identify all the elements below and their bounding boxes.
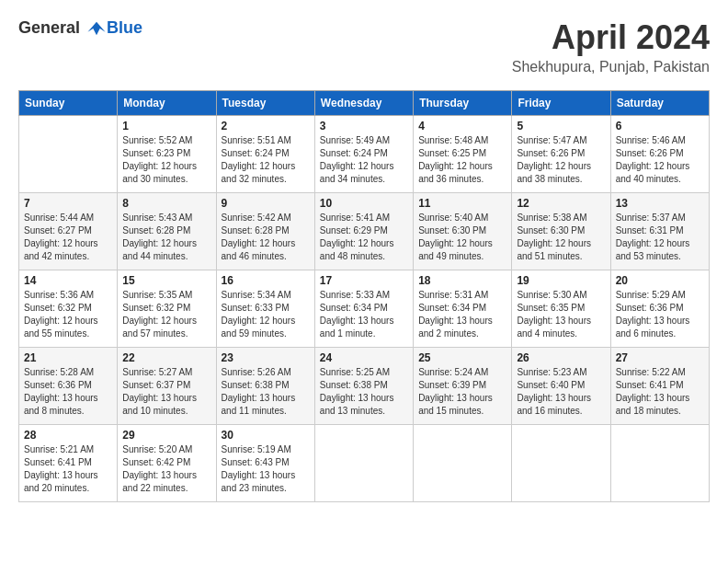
calendar-cell: 16Sunrise: 5:34 AMSunset: 6:33 PMDayligh… bbox=[216, 270, 314, 348]
calendar-cell bbox=[610, 425, 709, 502]
calendar-cell: 15Sunrise: 5:35 AMSunset: 6:32 PMDayligh… bbox=[118, 270, 216, 348]
calendar-cell: 25Sunrise: 5:24 AMSunset: 6:39 PMDayligh… bbox=[414, 348, 512, 425]
cell-content: 28Sunrise: 5:21 AMSunset: 6:41 PMDayligh… bbox=[24, 429, 112, 498]
cell-content: 5Sunrise: 5:47 AMSunset: 6:26 PMDaylight… bbox=[517, 120, 605, 189]
day-number: 4 bbox=[418, 120, 506, 132]
day-number: 14 bbox=[24, 274, 112, 287]
day-info: Sunrise: 5:26 AMSunset: 6:38 PMDaylight:… bbox=[222, 366, 310, 418]
calendar-cell: 26Sunrise: 5:23 AMSunset: 6:40 PMDayligh… bbox=[512, 348, 610, 425]
calendar-cell: 27Sunrise: 5:22 AMSunset: 6:41 PMDayligh… bbox=[610, 348, 709, 425]
day-info: Sunrise: 5:43 AMSunset: 6:28 PMDaylight:… bbox=[122, 212, 210, 263]
day-info: Sunrise: 5:47 AMSunset: 6:26 PMDaylight:… bbox=[517, 134, 605, 186]
cell-content: 14Sunrise: 5:36 AMSunset: 6:32 PMDayligh… bbox=[24, 274, 112, 343]
day-number: 21 bbox=[24, 351, 112, 364]
cell-content: 24Sunrise: 5:25 AMSunset: 6:38 PMDayligh… bbox=[320, 351, 408, 420]
day-info: Sunrise: 5:34 AMSunset: 6:33 PMDaylight:… bbox=[222, 289, 310, 340]
calendar-cell: 22Sunrise: 5:27 AMSunset: 6:37 PMDayligh… bbox=[118, 348, 216, 425]
cell-content: 12Sunrise: 5:38 AMSunset: 6:30 PMDayligh… bbox=[517, 197, 605, 266]
svg-marker-0 bbox=[88, 22, 106, 36]
weekday-header-row: SundayMondayTuesdayWednesdayThursdayFrid… bbox=[19, 91, 710, 116]
calendar-cell: 14Sunrise: 5:36 AMSunset: 6:32 PMDayligh… bbox=[19, 270, 118, 348]
day-info: Sunrise: 5:52 AMSunset: 6:23 PMDaylight:… bbox=[122, 134, 210, 186]
calendar-cell bbox=[414, 425, 512, 502]
weekday-header-sunday: Sunday bbox=[19, 91, 118, 116]
day-info: Sunrise: 5:27 AMSunset: 6:37 PMDaylight:… bbox=[122, 366, 210, 418]
cell-content: 29Sunrise: 5:20 AMSunset: 6:42 PMDayligh… bbox=[122, 429, 210, 498]
day-number: 25 bbox=[418, 351, 506, 364]
day-info: Sunrise: 5:40 AMSunset: 6:30 PMDaylight:… bbox=[418, 212, 506, 263]
day-number: 28 bbox=[24, 429, 112, 442]
weekday-header-tuesday: Tuesday bbox=[216, 91, 314, 116]
week-row-2: 7Sunrise: 5:44 AMSunset: 6:27 PMDaylight… bbox=[19, 193, 710, 270]
cell-content: 11Sunrise: 5:40 AMSunset: 6:30 PMDayligh… bbox=[418, 197, 506, 266]
calendar-cell: 2Sunrise: 5:51 AMSunset: 6:24 PMDaylight… bbox=[216, 116, 314, 193]
day-number: 1 bbox=[122, 120, 210, 132]
week-row-3: 14Sunrise: 5:36 AMSunset: 6:32 PMDayligh… bbox=[19, 270, 710, 348]
day-number: 16 bbox=[222, 274, 310, 287]
day-info: Sunrise: 5:51 AMSunset: 6:24 PMDaylight:… bbox=[222, 134, 310, 186]
day-number: 23 bbox=[222, 351, 310, 364]
weekday-header-friday: Friday bbox=[512, 91, 610, 116]
day-info: Sunrise: 5:38 AMSunset: 6:30 PMDaylight:… bbox=[517, 212, 605, 263]
day-number: 8 bbox=[122, 197, 210, 210]
calendar-cell bbox=[19, 116, 118, 193]
calendar-cell: 17Sunrise: 5:33 AMSunset: 6:34 PMDayligh… bbox=[314, 270, 413, 348]
cell-content: 3Sunrise: 5:49 AMSunset: 6:24 PMDaylight… bbox=[320, 120, 408, 189]
cell-content: 22Sunrise: 5:27 AMSunset: 6:37 PMDayligh… bbox=[122, 351, 210, 420]
day-info: Sunrise: 5:49 AMSunset: 6:24 PMDaylight:… bbox=[320, 134, 408, 186]
logo-bird-icon bbox=[86, 18, 107, 39]
day-info: Sunrise: 5:48 AMSunset: 6:25 PMDaylight:… bbox=[418, 134, 506, 186]
weekday-header-saturday: Saturday bbox=[610, 91, 709, 116]
location-title: Shekhupura, Punjab, Pakistan bbox=[512, 59, 710, 75]
day-info: Sunrise: 5:21 AMSunset: 6:41 PMDaylight:… bbox=[24, 443, 112, 495]
calendar-cell bbox=[314, 425, 413, 502]
day-number: 7 bbox=[24, 197, 112, 210]
cell-content: 25Sunrise: 5:24 AMSunset: 6:39 PMDayligh… bbox=[418, 351, 506, 420]
calendar-cell: 7Sunrise: 5:44 AMSunset: 6:27 PMDaylight… bbox=[19, 193, 118, 270]
week-row-1: 1Sunrise: 5:52 AMSunset: 6:23 PMDaylight… bbox=[19, 116, 710, 193]
cell-content: 4Sunrise: 5:48 AMSunset: 6:25 PMDaylight… bbox=[418, 120, 506, 189]
calendar-cell: 6Sunrise: 5:46 AMSunset: 6:26 PMDaylight… bbox=[610, 116, 709, 193]
calendar-cell: 11Sunrise: 5:40 AMSunset: 6:30 PMDayligh… bbox=[414, 193, 512, 270]
calendar-cell: 29Sunrise: 5:20 AMSunset: 6:42 PMDayligh… bbox=[118, 425, 216, 502]
day-number: 11 bbox=[418, 197, 506, 210]
day-number: 3 bbox=[320, 120, 408, 132]
day-number: 15 bbox=[122, 274, 210, 287]
day-info: Sunrise: 5:42 AMSunset: 6:28 PMDaylight:… bbox=[222, 212, 310, 263]
logo-blue: Blue bbox=[107, 18, 142, 38]
day-number: 27 bbox=[616, 351, 704, 364]
calendar-cell: 20Sunrise: 5:29 AMSunset: 6:36 PMDayligh… bbox=[610, 270, 709, 348]
cell-content: 20Sunrise: 5:29 AMSunset: 6:36 PMDayligh… bbox=[616, 274, 704, 343]
cell-content: 18Sunrise: 5:31 AMSunset: 6:34 PMDayligh… bbox=[418, 274, 506, 343]
calendar-cell: 9Sunrise: 5:42 AMSunset: 6:28 PMDaylight… bbox=[216, 193, 314, 270]
calendar-cell: 10Sunrise: 5:41 AMSunset: 6:29 PMDayligh… bbox=[314, 193, 413, 270]
day-info: Sunrise: 5:44 AMSunset: 6:27 PMDaylight:… bbox=[24, 212, 112, 263]
logo: General Blue bbox=[18, 18, 142, 39]
weekday-header-thursday: Thursday bbox=[414, 91, 512, 116]
cell-content: 6Sunrise: 5:46 AMSunset: 6:26 PMDaylight… bbox=[616, 120, 704, 189]
weekday-header-monday: Monday bbox=[118, 91, 216, 116]
calendar-cell: 13Sunrise: 5:37 AMSunset: 6:31 PMDayligh… bbox=[610, 193, 709, 270]
day-number: 24 bbox=[320, 351, 408, 364]
calendar-cell: 19Sunrise: 5:30 AMSunset: 6:35 PMDayligh… bbox=[512, 270, 610, 348]
day-info: Sunrise: 5:36 AMSunset: 6:32 PMDaylight:… bbox=[24, 289, 112, 340]
week-row-5: 28Sunrise: 5:21 AMSunset: 6:41 PMDayligh… bbox=[19, 425, 710, 502]
calendar-table: SundayMondayTuesdayWednesdayThursdayFrid… bbox=[18, 90, 710, 502]
day-number: 17 bbox=[320, 274, 408, 287]
day-number: 6 bbox=[616, 120, 704, 132]
header: General Blue April 2024 Shekhupura, Punj… bbox=[18, 18, 710, 75]
calendar-cell: 12Sunrise: 5:38 AMSunset: 6:30 PMDayligh… bbox=[512, 193, 610, 270]
cell-content: 17Sunrise: 5:33 AMSunset: 6:34 PMDayligh… bbox=[320, 274, 408, 343]
day-number: 29 bbox=[122, 429, 210, 442]
logo-general: General bbox=[18, 18, 80, 37]
weekday-header-wednesday: Wednesday bbox=[314, 91, 413, 116]
calendar-cell: 18Sunrise: 5:31 AMSunset: 6:34 PMDayligh… bbox=[414, 270, 512, 348]
calendar-cell: 3Sunrise: 5:49 AMSunset: 6:24 PMDaylight… bbox=[314, 116, 413, 193]
title-area: April 2024 Shekhupura, Punjab, Pakistan bbox=[512, 18, 710, 75]
day-number: 13 bbox=[616, 197, 704, 210]
cell-content: 10Sunrise: 5:41 AMSunset: 6:29 PMDayligh… bbox=[320, 197, 408, 266]
cell-content: 9Sunrise: 5:42 AMSunset: 6:28 PMDaylight… bbox=[222, 197, 310, 266]
day-info: Sunrise: 5:30 AMSunset: 6:35 PMDaylight:… bbox=[517, 289, 605, 340]
day-number: 12 bbox=[517, 197, 605, 210]
day-number: 2 bbox=[222, 120, 310, 132]
